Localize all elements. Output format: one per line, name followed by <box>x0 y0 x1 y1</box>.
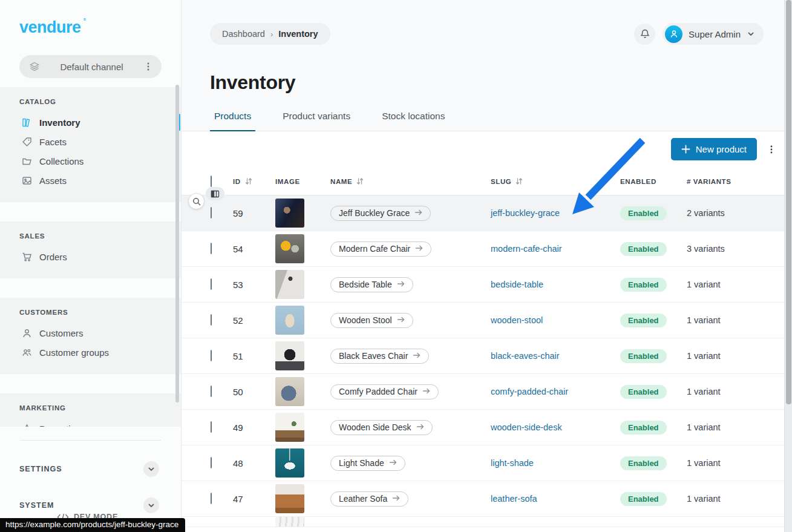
avatar <box>665 25 682 43</box>
sidebar-item-assets[interactable]: Assets <box>0 171 181 190</box>
new-product-button[interactable]: New product <box>671 138 757 160</box>
table-row-black-eaves-chair[interactable]: 51 Black Eaves Chair black-eaves-chair E… <box>182 338 784 374</box>
product-slug-link[interactable]: bedside-table <box>491 280 543 289</box>
table-row-bedside-table[interactable]: 53 Bedside Table bedside-table Enabled 1… <box>182 267 784 303</box>
page-title: Inventory <box>210 71 792 94</box>
vendure-logo[interactable]: vendure° <box>19 18 81 37</box>
notifications-button[interactable] <box>634 24 655 45</box>
column-picker-button[interactable] <box>206 187 224 200</box>
sort-icon[interactable] <box>515 177 523 186</box>
sidebar-item-inventory[interactable]: Inventory <box>0 113 181 132</box>
sidebar-item-facets[interactable]: Facets <box>0 132 181 151</box>
variants-count: 1 variant <box>687 422 784 432</box>
sidebar-item-orders[interactable]: Orders <box>0 247 181 266</box>
row-checkbox[interactable] <box>211 386 212 397</box>
sidebar-scrollbar[interactable] <box>175 85 179 402</box>
sidebar-item-customers[interactable]: Customers <box>0 323 181 343</box>
product-name-chip[interactable]: Bedside Table <box>330 277 413 292</box>
row-checkbox[interactable] <box>211 493 212 504</box>
product-name: Comfy Padded Chair <box>339 387 417 396</box>
channel-menu-icon[interactable] <box>143 62 153 71</box>
channel-selector[interactable]: Default channel <box>19 55 162 78</box>
row-checkbox[interactable] <box>211 457 212 468</box>
select-all-checkbox[interactable] <box>211 176 212 187</box>
row-checkbox[interactable] <box>211 278 212 290</box>
tab-stock-locations[interactable]: Stock locations <box>378 111 449 131</box>
table-row-comfy-padded-chair[interactable]: 50 Comfy Padded Chair comfy-padded-chair… <box>182 374 784 410</box>
user-menu[interactable]: Super Admin <box>663 23 764 45</box>
product-name-chip[interactable]: Modern Cafe Chair <box>330 241 431 257</box>
tab-product-variants[interactable]: Product variants <box>278 111 355 131</box>
table-row-modern-cafe-chair[interactable]: 54 Modern Cafe Chair modern-cafe-chair E… <box>182 231 784 267</box>
assets-icon <box>22 176 32 186</box>
breadcrumb: Dashboard›Inventory <box>210 23 330 45</box>
sidebar-item-label: Orders <box>39 252 67 262</box>
table-row-leather-sofa[interactable]: 47 Leather Sofa leather-sofa Enabled 1 v… <box>182 481 784 517</box>
product-name: Wooden Side Desk <box>339 422 411 432</box>
product-id: 48 <box>233 458 275 468</box>
sidebar-item-label: Inventory <box>39 117 80 128</box>
tab-products[interactable]: Products <box>210 111 255 131</box>
collections-icon <box>22 156 32 166</box>
product-name: Light Shade <box>339 458 384 468</box>
product-slug-link[interactable]: wooden-stool <box>491 315 543 325</box>
tab-bar: ProductsProduct variantsStock locations <box>210 111 449 131</box>
section-label: SALES <box>19 232 181 240</box>
sidebar-item-collections[interactable]: Collections <box>0 151 181 171</box>
variants-count: 1 variant <box>687 351 784 361</box>
table-row-jeff-buckley-grace[interactable]: 59 Jeff Buckley Grace jeff-buckley-grace… <box>182 195 784 231</box>
section-label: CATALOG <box>19 98 181 105</box>
breadcrumb-dashboard[interactable]: Dashboard <box>222 29 265 39</box>
column-header-enabled: ENABLED <box>620 178 687 185</box>
column-header-image: IMAGE <box>275 178 330 185</box>
product-name-chip[interactable]: Black Eaves Chair <box>330 349 429 364</box>
sidebar-item-label: Customer groups <box>39 347 109 358</box>
product-name-chip[interactable]: Comfy Padded Chair <box>330 384 439 399</box>
table-row-wooden-side-desk[interactable]: 49 Wooden Side Desk wooden-side-desk Ena… <box>182 410 784 445</box>
collapsible-section-system[interactable]: SYSTEM <box>19 498 159 513</box>
row-checkbox[interactable] <box>211 243 212 254</box>
search-button[interactable] <box>188 193 205 209</box>
product-name-chip[interactable]: Jeff Buckley Grace <box>330 206 431 221</box>
product-name-chip[interactable]: Leather Sofa <box>330 491 408 507</box>
row-checkbox[interactable] <box>211 207 212 218</box>
scrollbar-thumb[interactable] <box>786 0 791 404</box>
row-checkbox[interactable] <box>211 421 212 433</box>
product-slug-link[interactable]: wooden-side-desk <box>491 422 562 432</box>
product-slug-link[interactable]: jeff-buckley-grace <box>491 208 560 218</box>
chevron-down-icon[interactable] <box>143 498 159 513</box>
product-slug-link[interactable]: comfy-padded-chair <box>491 387 568 396</box>
table-row-light-shade[interactable]: 48 Light Shade light-shade Enabled 1 var… <box>182 445 784 481</box>
product-name-chip[interactable]: Wooden Stool <box>330 313 413 328</box>
sort-icon[interactable] <box>356 177 364 186</box>
product-slug-link[interactable]: light-shade <box>491 458 534 468</box>
sort-icon[interactable] <box>244 177 253 186</box>
arrow-right-icon <box>414 208 422 218</box>
breadcrumb-inventory[interactable]: Inventory <box>278 29 318 39</box>
product-name-chip[interactable]: Light Shade <box>330 456 405 471</box>
product-id: 50 <box>233 387 275 397</box>
status-badge: Enabled <box>620 421 667 435</box>
product-slug-link[interactable]: leather-sofa <box>491 494 537 504</box>
main-scrollbar[interactable] <box>784 0 792 532</box>
product-name-chip[interactable]: Wooden Side Desk <box>330 420 433 435</box>
nav-section-customers: CUSTOMERS Customers Customer groups <box>0 298 181 374</box>
row-checkbox[interactable] <box>211 314 212 326</box>
layers-icon <box>29 61 40 72</box>
toolbar-menu-icon[interactable] <box>767 145 776 154</box>
sidebar-item-customer-groups[interactable]: Customer groups <box>0 343 181 362</box>
table-row-wooden-stool[interactable]: 52 Wooden Stool wooden-stool Enabled 1 v… <box>182 303 784 338</box>
product-name: Modern Cafe Chair <box>339 244 410 254</box>
chevron-down-icon[interactable] <box>143 461 159 477</box>
product-name: Wooden Stool <box>339 315 392 325</box>
product-thumbnail <box>275 517 304 527</box>
product-id: 51 <box>233 351 275 361</box>
collapsible-section-settings[interactable]: SETTINGS <box>19 461 159 477</box>
table-row-partial[interactable] <box>182 517 784 527</box>
row-checkbox[interactable] <box>211 350 212 361</box>
product-slug-link[interactable]: modern-cafe-chair <box>491 244 562 254</box>
product-id: 53 <box>233 280 275 290</box>
toolbar: New product <box>182 131 792 160</box>
sidebar-item-promotions[interactable]: Promotions <box>0 419 181 427</box>
product-slug-link[interactable]: black-eaves-chair <box>491 351 560 361</box>
